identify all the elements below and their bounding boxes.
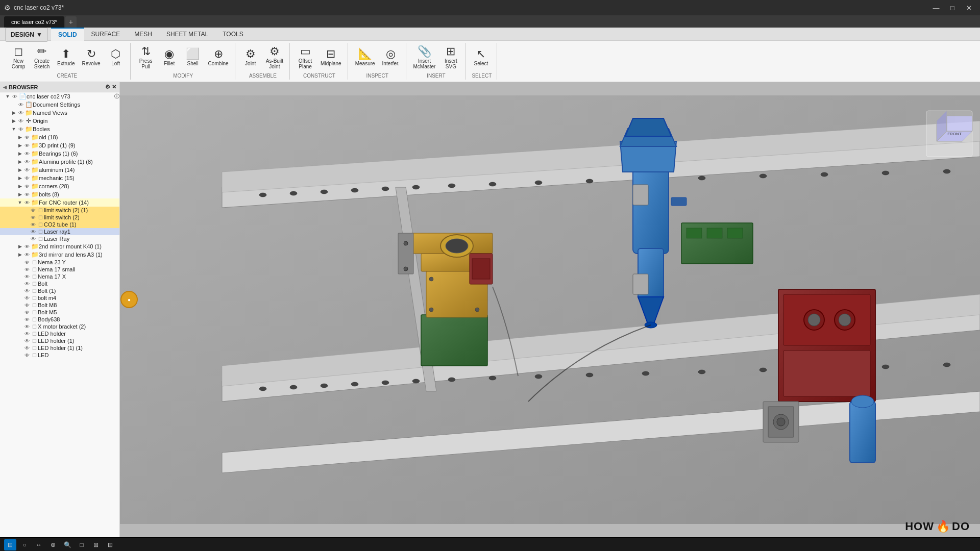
svg-point-22 bbox=[290, 385, 297, 389]
revolve-button[interactable]: ↻ Revolve bbox=[79, 44, 103, 71]
maximize-button[interactable]: □ bbox=[945, 2, 960, 13]
tab-solid[interactable]: SOLID bbox=[51, 28, 84, 41]
svg-point-10 bbox=[489, 182, 496, 186]
pan-button[interactable]: ↔ bbox=[33, 539, 45, 550]
tree-led-holder11[interactable]: 👁 ☐ LED holder (1) (1) bbox=[0, 344, 119, 352]
interference-button[interactable]: ◎ Interfer. bbox=[379, 44, 403, 71]
tree-3dprint[interactable]: ▶ 👁 📁 3D print (1) (9) bbox=[0, 141, 119, 149]
tree-bolts[interactable]: ▶ 👁 📁 bolts (8) bbox=[0, 190, 119, 198]
svg-rect-54 bbox=[633, 162, 669, 254]
tab-cncfile[interactable]: cnc laser co2 v73* bbox=[4, 16, 64, 28]
svg-point-35 bbox=[882, 365, 889, 369]
tree-document-settings[interactable]: 👁 📋 Document Settings bbox=[0, 101, 119, 109]
shell-button[interactable]: ⬜ Shell bbox=[182, 44, 204, 71]
browser-close-icon[interactable]: ✕ bbox=[112, 84, 116, 90]
tree-led-holder[interactable]: 👁 ☐ LED holder bbox=[0, 330, 119, 337]
titlebar: ⚙ cnc laser co2 v73* — □ ✕ bbox=[0, 0, 980, 15]
offset-plane-button[interactable]: ▭ OffsetPlane bbox=[294, 44, 316, 71]
svg-point-76 bbox=[851, 395, 874, 408]
tree-mechanic[interactable]: ▶ 👁 📁 mechanic (15) bbox=[0, 174, 119, 182]
tree-bodies[interactable]: ▼ 👁 📁 Bodies bbox=[0, 125, 119, 133]
tree-bolt-m8[interactable]: 👁 ☐ Bolt M8 bbox=[0, 302, 119, 309]
tree-limit-switch-2[interactable]: 👁 ☐ limit switch (2) bbox=[0, 214, 119, 221]
insert-svg-button[interactable]: ⊞ InsertSVG bbox=[439, 44, 462, 71]
svg-point-21 bbox=[259, 387, 266, 391]
fillet-button[interactable]: ◉ Fillet bbox=[158, 44, 181, 71]
root-vis-icon[interactable]: 👁 bbox=[11, 94, 18, 99]
insert-mcad-button[interactable]: 📎 InsertMcMaster bbox=[410, 44, 439, 71]
camera-button[interactable]: □ bbox=[76, 539, 88, 550]
3d-viewport[interactable]: FRONT ● HOW 🔥 DO bbox=[120, 82, 980, 537]
display-button[interactable]: ⊞ bbox=[90, 539, 102, 550]
tree-aluminum[interactable]: ▶ 👁 📁 aluminum (14) bbox=[0, 166, 119, 174]
insert-mcad-icon: 📎 bbox=[418, 46, 431, 57]
root-collapse[interactable]: ▼ bbox=[4, 94, 11, 99]
tree-limit-switch-1[interactable]: 👁 ☐ limit switch (2) (1) bbox=[0, 207, 119, 214]
loft-button[interactable]: ⬡ Loft bbox=[105, 44, 127, 71]
grid-button[interactable]: ⊟ bbox=[4, 539, 16, 550]
tree-bearings[interactable]: ▶ 👁 📁 Bearings (1) (6) bbox=[0, 149, 119, 158]
tree-named-views[interactable]: ▶ 👁 📁 Named Views bbox=[0, 109, 119, 117]
midplane-button[interactable]: ⊟ Midplane bbox=[317, 44, 345, 71]
root-label: cnc laser co2 v73 bbox=[27, 93, 114, 99]
orbit-button[interactable]: ○ bbox=[18, 539, 31, 550]
tree-nema23y[interactable]: 👁 ☐ Nema 23 Y bbox=[0, 259, 119, 266]
svg-point-17 bbox=[882, 171, 889, 175]
tree-x-motor-bracket[interactable]: 👁 ☐ X motor bracket (2) bbox=[0, 323, 119, 330]
extrude-icon: ⬆ bbox=[61, 48, 70, 60]
tab-sheetmetal[interactable]: SHEET METAL bbox=[159, 28, 215, 41]
tree-3rd-mirror[interactable]: ▶ 👁 📁 3rd mirror and lens A3 (1) bbox=[0, 251, 119, 259]
zoom-button[interactable]: ⊕ bbox=[47, 539, 59, 550]
tree-bolt1[interactable]: 👁 ☐ Bolt (1) bbox=[0, 287, 119, 294]
svg-point-3 bbox=[259, 193, 266, 197]
tab-tools[interactable]: TOOLS bbox=[215, 28, 250, 41]
tree-led[interactable]: 👁 ☐ LED bbox=[0, 352, 119, 359]
joint-button[interactable]: ⚙ Joint bbox=[239, 44, 262, 71]
tab-surface[interactable]: SURFACE bbox=[84, 28, 128, 41]
select-group-label: SELECT bbox=[470, 72, 494, 80]
new-tab-button[interactable]: + bbox=[65, 16, 77, 28]
tree-laser-ray1[interactable]: 👁 ☐ Laser ray1 bbox=[0, 228, 119, 235]
minimize-button[interactable]: — bbox=[929, 2, 943, 13]
tree-bolt[interactable]: 👁 ☐ Bolt bbox=[0, 280, 119, 287]
svg-text:FRONT: FRONT bbox=[947, 132, 962, 136]
svg-point-12 bbox=[586, 179, 593, 183]
measure-button[interactable]: 📐 Measure bbox=[352, 44, 378, 71]
tree-bolt-m5[interactable]: 👁 ☐ Bolt M5 bbox=[0, 309, 119, 316]
tree-alum-profile[interactable]: ▶ 👁 📁 Aluminu profile (1) (8) bbox=[0, 158, 119, 166]
design-dropdown[interactable]: DESIGN ▼ bbox=[5, 28, 48, 42]
tree-nema17small[interactable]: 👁 ☐ Nema 17 small bbox=[0, 266, 119, 273]
svg-point-9 bbox=[448, 184, 455, 188]
tree-laser-ray[interactable]: 👁 ☐ Laser Ray bbox=[0, 235, 119, 242]
svg-point-48 bbox=[429, 277, 433, 281]
tree-old[interactable]: ▶ 👁 📁 old (18) bbox=[0, 133, 119, 141]
tree-corners[interactable]: ▶ 👁 📁 corners (28) bbox=[0, 182, 119, 190]
tree-co2-tube[interactable]: 👁 ☐ CO2 tube (1) bbox=[0, 221, 119, 228]
browser-settings-icon[interactable]: ⚙ bbox=[105, 84, 110, 90]
browser-collapse-icon[interactable]: ◀ bbox=[3, 85, 7, 90]
tree-led-holder1[interactable]: 👁 ☐ LED holder (1) bbox=[0, 337, 119, 344]
root-info-icon[interactable]: ⓘ bbox=[114, 93, 119, 100]
combine-button[interactable]: ⊕ Combine bbox=[205, 44, 232, 71]
tree-2nd-mirror[interactable]: ▶ 👁 📁 2nd mirror mount K40 (1) bbox=[0, 242, 119, 251]
tab-mesh[interactable]: MESH bbox=[127, 28, 159, 41]
tree-root[interactable]: ▼ 👁 📄 cnc laser co2 v73 ⓘ bbox=[0, 92, 119, 101]
select-button[interactable]: ↖ Select bbox=[470, 44, 492, 71]
asbuilt-joint-button[interactable]: ⚙ As-BuiltJoint bbox=[263, 44, 286, 71]
close-button[interactable]: ✕ bbox=[962, 2, 976, 13]
create-sketch-button[interactable]: ✏ CreateSketch bbox=[31, 44, 53, 71]
svg-rect-64 bbox=[707, 228, 722, 238]
tree-bolt-m4[interactable]: 👁 ☐ bolt m4 bbox=[0, 294, 119, 302]
tree-origin[interactable]: ▶ 👁 ✛ Origin bbox=[0, 117, 119, 125]
combine-icon: ⊕ bbox=[214, 48, 223, 60]
svg-point-25 bbox=[382, 381, 389, 385]
svg-rect-66 bbox=[633, 185, 648, 205]
extrude-button[interactable]: ⬆ Extrude bbox=[54, 44, 78, 71]
press-pull-button[interactable]: ⇅ PressPull bbox=[135, 44, 157, 71]
inspect-view-button[interactable]: ⊟ bbox=[104, 539, 116, 550]
tree-for-cnc[interactable]: ▼ 👁 📁 For CNC router (14) bbox=[0, 198, 119, 207]
tree-body638[interactable]: 👁 ☐ Body638 bbox=[0, 316, 119, 323]
new-component-button[interactable]: ◻ NewComp bbox=[7, 44, 30, 71]
zoom-fit-button[interactable]: 🔍 bbox=[61, 539, 74, 550]
tree-nema17x[interactable]: 👁 ☐ Nema 17 X bbox=[0, 273, 119, 280]
